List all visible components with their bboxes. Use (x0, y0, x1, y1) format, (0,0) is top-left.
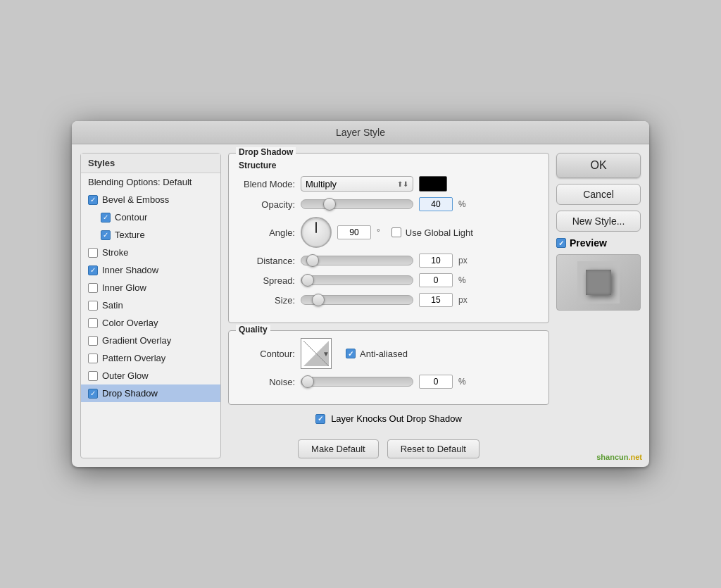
stroke-label: Stroke (102, 247, 129, 258)
layer-knocks-label: Layer Knocks Out Drop Shadow (331, 413, 462, 424)
anti-aliased-check-icon: ✓ (348, 350, 353, 358)
shadow-color-swatch[interactable] (419, 176, 447, 192)
watermark-text2: .net (628, 453, 642, 461)
noise-thumb[interactable] (301, 375, 314, 388)
spread-input[interactable] (419, 273, 453, 287)
noise-input[interactable] (419, 375, 453, 389)
distance-slider[interactable] (301, 256, 413, 265)
layer-knocks-row: ✓ Layer Knocks Out Drop Shadow (228, 413, 549, 424)
angle-needle (315, 222, 317, 233)
sidebar-item-inner-shadow[interactable]: ✓ Inner Shadow (81, 261, 220, 279)
distance-thumb[interactable] (306, 254, 319, 267)
inner-shadow-label: Inner Shadow (102, 265, 158, 275)
sidebar-item-bevel-emboss[interactable]: ✓ Bevel & Emboss (81, 191, 220, 208)
layer-knocks-check-icon: ✓ (318, 415, 323, 423)
styles-header: Styles (81, 154, 220, 173)
blend-mode-dropdown[interactable]: Multiply ⬆⬇ (301, 176, 413, 192)
bevel-emboss-checkbox[interactable]: ✓ (88, 195, 98, 205)
preview-thumbnail-area (556, 254, 641, 311)
opacity-thumb[interactable] (323, 198, 336, 211)
opacity-input[interactable] (419, 197, 453, 211)
sidebar-item-contour[interactable]: ✓ Contour (81, 208, 220, 226)
color-overlay-checkbox[interactable] (88, 318, 98, 328)
color-overlay-label: Color Overlay (102, 318, 158, 328)
preview-checkbox[interactable]: ✓ (556, 238, 566, 248)
anti-aliased-label: Anti-aliased (360, 349, 408, 359)
sidebar-item-gradient-overlay[interactable]: Gradient Overlay (81, 332, 220, 349)
sidebar-item-color-overlay[interactable]: Color Overlay (81, 314, 220, 332)
satin-label: Satin (102, 300, 123, 311)
spread-unit: % (458, 275, 466, 285)
angle-dial[interactable] (301, 217, 332, 248)
sidebar-item-inner-glow[interactable]: Inner Glow (81, 279, 220, 296)
anti-aliased-checkbox[interactable]: ✓ (346, 349, 356, 358)
drop-shadow-checkbox[interactable]: ✓ (88, 389, 98, 399)
make-default-button[interactable]: Make Default (298, 439, 379, 458)
layer-knocks-checkbox[interactable]: ✓ (315, 414, 325, 424)
gradient-overlay-checkbox[interactable] (88, 336, 98, 346)
outer-glow-label: Outer Glow (102, 370, 149, 381)
blend-mode-arrow-icon: ⬆⬇ (397, 180, 408, 188)
inner-shadow-checkbox[interactable]: ✓ (88, 265, 98, 275)
preview-inner-square (586, 270, 611, 295)
quality-section: Quality Contour: ▼ ✓ (228, 330, 549, 405)
sidebar-item-texture[interactable]: ✓ Texture (81, 226, 220, 244)
sidebar-item-outer-glow[interactable]: Outer Glow (81, 367, 220, 384)
quality-legend: Quality (236, 325, 270, 334)
layer-style-dialog: Layer Style Styles Blending Options: Def… (72, 121, 649, 467)
blending-options-item[interactable]: Blending Options: Default (81, 173, 220, 191)
new-style-button[interactable]: New Style... (556, 211, 641, 232)
sidebar-item-stroke[interactable]: Stroke (81, 244, 220, 261)
sidebar-item-satin[interactable]: Satin (81, 296, 220, 314)
ok-button[interactable]: OK (556, 153, 641, 178)
use-global-light-checkbox[interactable] (391, 227, 401, 237)
gradient-overlay-label: Gradient Overlay (102, 335, 171, 346)
cancel-button[interactable]: Cancel (556, 184, 641, 205)
distance-input[interactable] (419, 254, 453, 268)
inner-glow-checkbox[interactable] (88, 283, 98, 293)
bevel-emboss-label: Bevel & Emboss (102, 194, 169, 205)
size-row: Size: px (239, 293, 539, 307)
preview-check-icon: ✓ (558, 239, 564, 247)
spread-row: Spread: % (239, 273, 539, 287)
reset-default-button[interactable]: Reset to Default (387, 439, 479, 458)
texture-checkbox[interactable]: ✓ (101, 230, 111, 240)
opacity-slider[interactable] (301, 199, 413, 209)
contour-row: Contour: ▼ ✓ Anti-aliased (239, 338, 539, 369)
global-light-row: Use Global Light (391, 227, 473, 238)
contour-thumbnail[interactable]: ▼ (301, 338, 332, 369)
angle-input[interactable] (337, 225, 371, 239)
distance-label: Distance: (239, 256, 295, 266)
watermark: shancun.net (596, 453, 642, 461)
noise-row: Noise: % (239, 375, 539, 389)
watermark-text1: shancun (596, 453, 628, 461)
use-global-light-label: Use Global Light (406, 227, 473, 238)
spread-thumb[interactable] (301, 274, 314, 287)
contour-checkbox[interactable]: ✓ (101, 213, 111, 223)
angle-unit: ° (377, 227, 380, 237)
contour-label: Contour (115, 212, 147, 223)
preview-row: ✓ Preview (556, 237, 641, 249)
distance-unit: px (458, 256, 468, 265)
inner-glow-label: Inner Glow (102, 282, 146, 293)
size-slider[interactable] (301, 295, 413, 305)
size-thumb[interactable] (312, 294, 325, 306)
sidebar-item-pattern-overlay[interactable]: Pattern Overlay (81, 349, 220, 367)
size-input[interactable] (419, 293, 453, 307)
sidebar-item-drop-shadow[interactable]: ✓ Drop Shadow (81, 384, 220, 402)
noise-label: Noise: (239, 377, 295, 387)
noise-unit: % (458, 377, 466, 387)
contour-label: Contour: (239, 349, 295, 359)
main-panel: Drop Shadow Structure Blend Mode: Multip… (228, 153, 549, 458)
pattern-overlay-checkbox[interactable] (88, 354, 98, 363)
distance-row: Distance: px (239, 254, 539, 268)
satin-checkbox[interactable] (88, 301, 98, 311)
noise-slider[interactable] (301, 377, 413, 387)
opacity-row: Opacity: % (239, 197, 539, 211)
spread-slider[interactable] (301, 275, 413, 285)
stroke-checkbox[interactable] (88, 248, 98, 258)
blend-mode-row: Blend Mode: Multiply ⬆⬇ (239, 176, 539, 192)
preview-label: Preview (570, 237, 607, 249)
pattern-overlay-label: Pattern Overlay (102, 353, 165, 363)
outer-glow-checkbox[interactable] (88, 371, 98, 381)
